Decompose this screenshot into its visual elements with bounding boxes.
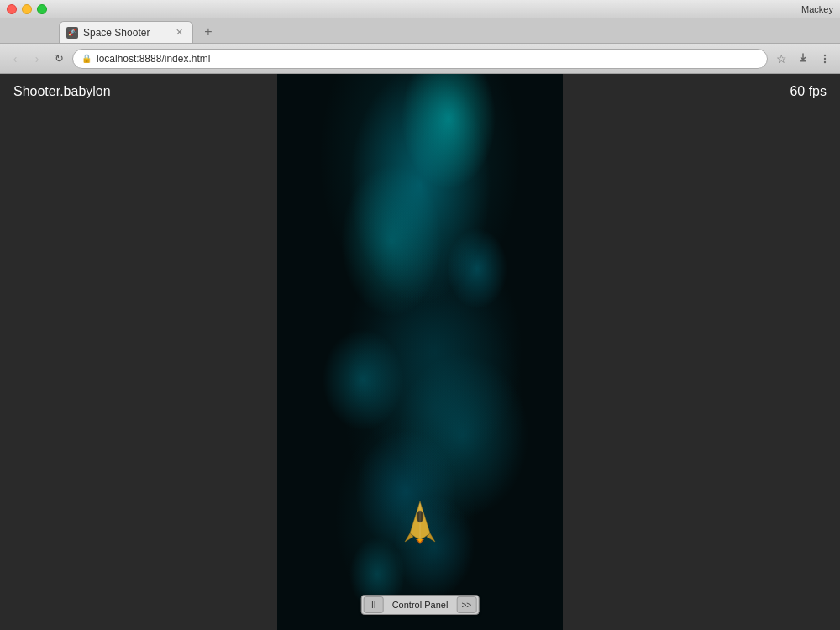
expand-button[interactable]: >> (456, 596, 476, 613)
forward-button[interactable]: › (29, 50, 45, 67)
browser-tab[interactable]: 🚀 Space Shooter ✕ (59, 21, 193, 43)
browser-content: Shooter.babylon 60 fps (0, 74, 840, 630)
refresh-button[interactable]: ↻ (50, 50, 67, 67)
svg-point-3 (824, 60, 826, 62)
game-canvas[interactable] (277, 74, 563, 630)
os-user: Mackey (801, 4, 833, 14)
browser-toolbar: ‹ › ↻ 🔒 localhost:8888/index.html ☆ (0, 44, 840, 74)
new-tab-button[interactable]: + (197, 21, 220, 43)
menu-icon[interactable] (816, 50, 833, 67)
tab-close-button[interactable]: ✕ (172, 26, 186, 39)
svg-rect-0 (800, 60, 806, 62)
fps-counter: 60 fps (790, 84, 827, 99)
nebula-layer2 (277, 74, 563, 630)
maximize-button[interactable] (37, 4, 47, 14)
svg-point-2 (824, 57, 826, 59)
control-panel-bar: II Control Panel >> (361, 595, 480, 615)
address-bar[interactable]: 🔒 localhost:8888/index.html (72, 49, 768, 69)
minimize-button[interactable] (22, 4, 32, 14)
toolbar-actions: ☆ (773, 50, 833, 67)
lock-icon: 🔒 (81, 54, 92, 63)
download-icon[interactable] (795, 50, 811, 67)
tab-title: Space Shooter (83, 27, 167, 39)
game-wrapper: Shooter.babylon 60 fps (0, 74, 840, 630)
control-panel-label[interactable]: Control Panel (386, 600, 455, 610)
window-controls (7, 4, 47, 14)
pause-button[interactable]: II (364, 596, 384, 613)
title-bar: Mackey (0, 0, 840, 18)
svg-point-1 (824, 54, 826, 55)
spaceship (403, 500, 437, 546)
back-button[interactable]: ‹ (7, 50, 24, 67)
tab-favicon-icon: 🚀 (66, 27, 78, 39)
tab-bar: 🚀 Space Shooter ✕ + (0, 18, 840, 44)
url-text: localhost:8888/index.html (97, 53, 759, 65)
close-button[interactable] (7, 4, 17, 14)
bookmark-icon[interactable]: ☆ (773, 50, 790, 67)
game-title: Shooter.babylon (13, 84, 111, 99)
